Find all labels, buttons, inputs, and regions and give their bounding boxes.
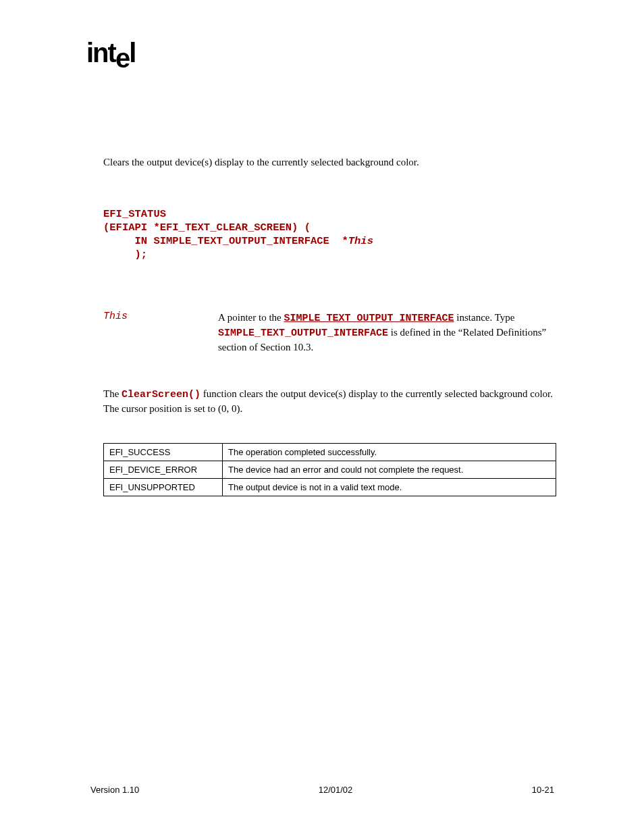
logo-part-left: int <box>86 38 115 68</box>
function-name: ClearScreen() <box>122 389 200 400</box>
status-code-cell: EFI_DEVICE_ERROR <box>104 461 223 478</box>
parameter-description: A pointer to the SIMPLE_TEXT_OUTPUT_INTE… <box>218 311 556 355</box>
footer-page-number: 10-21 <box>532 785 554 795</box>
status-codes-table: EFI_SUCCESS The operation completed succ… <box>103 443 556 496</box>
summary-text: Clears the output device(s) display to t… <box>103 157 556 168</box>
interface-type: SIMPLE_TEXT_OUTPUT_INTERFACE <box>218 328 388 339</box>
page-content: Clears the output device(s) display to t… <box>103 157 556 496</box>
parameter-name: This <box>103 311 218 322</box>
parameter-row: This A pointer to the SIMPLE_TEXT_OUTPUT… <box>103 311 556 355</box>
proto-line-1: EFI_STATUS <box>103 207 556 221</box>
proto-line-2: (EFIAPI *EFI_TEXT_CLEAR_SCREEN) ( <box>103 221 556 234</box>
logo-part-right: l <box>129 38 135 68</box>
table-row: EFI_UNSUPPORTED The output device is not… <box>104 478 556 496</box>
page-footer: Version 1.10 12/01/02 10-21 <box>90 785 554 795</box>
table-row: EFI_DEVICE_ERROR The device had an error… <box>104 461 556 478</box>
footer-date: 12/01/02 <box>319 785 353 795</box>
status-code-cell: EFI_UNSUPPORTED <box>104 478 223 496</box>
status-desc-cell: The operation completed successfully. <box>223 443 556 461</box>
intel-logo: intel <box>86 38 135 68</box>
proto-line-4: ); <box>103 248 556 261</box>
footer-version: Version 1.10 <box>90 785 139 795</box>
parameters-section: This A pointer to the SIMPLE_TEXT_OUTPUT… <box>103 311 556 355</box>
table-row: EFI_SUCCESS The operation completed succ… <box>104 443 556 461</box>
logo-part-dropped: e <box>115 43 129 73</box>
status-desc-cell: The device had an error and could not co… <box>223 461 556 478</box>
prototype-block: EFI_STATUS (EFIAPI *EFI_TEXT_CLEAR_SCREE… <box>103 207 556 262</box>
description-text: The ClearScreen() function clears the ou… <box>103 387 556 416</box>
status-code-cell: EFI_SUCCESS <box>104 443 223 461</box>
proto-line-3: IN SIMPLE_TEXT_OUTPUT_INTERFACE *This <box>103 234 556 248</box>
interface-type-link[interactable]: SIMPLE_TEXT_OUTPUT_INTERFACE <box>284 313 454 324</box>
status-desc-cell: The output device is not in a valid text… <box>223 478 556 496</box>
